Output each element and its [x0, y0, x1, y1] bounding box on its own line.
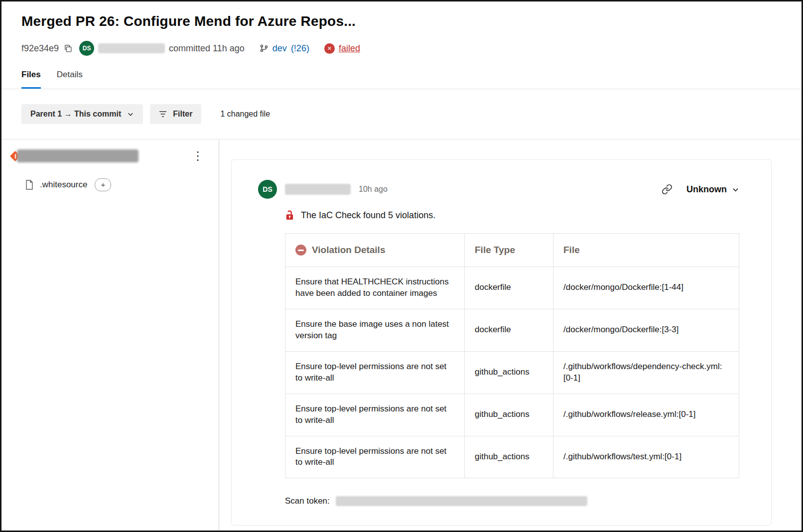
branch-icon	[260, 44, 268, 53]
violations-header-row: Violation Details File Type File	[285, 234, 739, 267]
tab-bar: Files Details	[21, 70, 782, 89]
comment-status-dropdown[interactable]: Unknown	[686, 184, 739, 195]
pr-link[interactable]: (!26)	[291, 43, 309, 54]
copy-icon	[64, 44, 72, 53]
file-name-label: .whitesource	[40, 180, 87, 190]
violation-file-cell: /.github/workflows/dependency-check.yml:…	[553, 351, 739, 394]
commit-author-avatar: DS	[79, 41, 94, 56]
file-type-header: File Type	[465, 234, 553, 267]
page-header: Merged PR 26: Configure Mend for Azure R…	[1, 1, 802, 89]
comment-time: 10h ago	[359, 185, 388, 194]
diff-main-panel: DS 10h ago Unknown	[219, 139, 802, 531]
changed-files-count: 1 changed file	[220, 110, 270, 119]
tab-details[interactable]: Details	[57, 70, 83, 89]
filter-icon	[159, 111, 167, 118]
diff-selector-label: Parent 1 → This commit	[30, 110, 121, 119]
comment-card: DS 10h ago Unknown	[231, 159, 772, 526]
file-icon	[25, 180, 33, 190]
violation-row: Ensure the base image uses a non latest …	[285, 309, 739, 351]
diff-toolbar: Parent 1 → This commit Filter 1 changed …	[1, 89, 802, 139]
violation-file-cell: /.github/workflows/release.yml:[0-1]	[553, 394, 739, 436]
failed-status-link[interactable]: failed	[339, 43, 360, 54]
comment-author-avatar: DS	[258, 180, 277, 199]
redacted-scan-token	[336, 496, 587, 506]
diff-selector-button[interactable]: Parent 1 → This commit	[21, 104, 143, 124]
azure-devops-commit-page: Merged PR 26: Configure Mend for Azure R…	[0, 0, 803, 532]
violation-filetype-cell: github_actions	[465, 351, 553, 394]
violation-detail-cell: Ensure the base image uses a non latest …	[285, 309, 465, 351]
comment-status-value: Unknown	[686, 184, 727, 195]
iac-check-message: The IaC Check found 5 violations.	[301, 210, 435, 221]
file-added-badge[interactable]: +	[95, 178, 111, 191]
violation-row: Ensure top-level permissions are not set…	[285, 436, 739, 478]
violation-row: Ensure top-level permissions are not set…	[285, 351, 739, 394]
violation-row: Ensure that HEALTHCHECK instructions hav…	[285, 267, 739, 309]
chevron-down-icon	[127, 111, 134, 118]
redacted-repo-name	[17, 149, 138, 162]
violation-detail-cell: Ensure top-level permissions are not set…	[285, 351, 465, 394]
violation-filetype-cell: github_actions	[465, 394, 553, 436]
violation-file-cell: /.github/workflows/test.yml:[0-1]	[553, 436, 739, 478]
chevron-down-icon	[732, 186, 739, 193]
commit-hash: f92e34e9	[21, 43, 59, 54]
violation-file-cell: /docker/mongo/Dockerfile:[1-44]	[553, 267, 739, 309]
file-tree-sidebar: ⋮ .whitesource +	[1, 139, 219, 531]
committed-time: committed 11h ago	[169, 43, 245, 54]
repo-tree-item[interactable]: ⋮	[11, 149, 204, 162]
copy-commit-hash-button[interactable]	[63, 43, 73, 54]
branch-link[interactable]: dev	[272, 43, 287, 54]
open-lock-icon	[285, 210, 294, 221]
redacted-comment-author-name	[285, 184, 351, 195]
filter-button[interactable]: Filter	[150, 104, 201, 124]
commit-meta-row: f92e34e9 DS committed 11h ago	[21, 41, 782, 56]
violation-row: Ensure top-level permissions are not set…	[285, 394, 739, 436]
violation-filetype-cell: dockerfile	[465, 309, 553, 351]
redacted-commit-author-name	[98, 43, 165, 53]
scan-token-row: Scan token:	[285, 496, 739, 506]
violation-detail-cell: Ensure top-level permissions are not set…	[285, 436, 465, 478]
filter-label: Filter	[173, 110, 192, 119]
more-options-icon[interactable]: ⋮	[192, 150, 204, 162]
iac-check-message-row: The IaC Check found 5 violations.	[285, 210, 739, 221]
violation-detail-cell: Ensure top-level permissions are not set…	[285, 394, 465, 436]
copy-comment-link-button[interactable]	[661, 183, 673, 196]
failed-status-icon: ✕	[324, 43, 335, 54]
violation-filetype-cell: dockerfile	[465, 267, 553, 309]
violation-filetype-cell: github_actions	[465, 436, 553, 478]
violation-detail-cell: Ensure that HEALTHCHECK instructions hav…	[285, 267, 465, 309]
comment-header: DS 10h ago Unknown	[258, 180, 739, 199]
link-icon	[662, 184, 672, 195]
comment-body: The IaC Check found 5 violations. Violat…	[285, 210, 739, 506]
tab-files[interactable]: Files	[21, 70, 41, 89]
page-title: Merged PR 26: Configure Mend for Azure R…	[21, 13, 782, 29]
file-header: File	[553, 234, 739, 267]
violations-table: Violation Details File Type File Ensure …	[285, 233, 739, 478]
content-area: ⋮ .whitesource + DS 10h ago	[1, 139, 802, 531]
violation-file-cell: /docker/mongo/Dockerfile:[3-3]	[553, 309, 739, 351]
violation-details-header: Violation Details	[285, 234, 465, 267]
scan-token-label: Scan token:	[285, 496, 330, 506]
blocked-icon	[295, 245, 306, 256]
file-tree-item-whitesource[interactable]: .whitesource +	[11, 178, 204, 191]
